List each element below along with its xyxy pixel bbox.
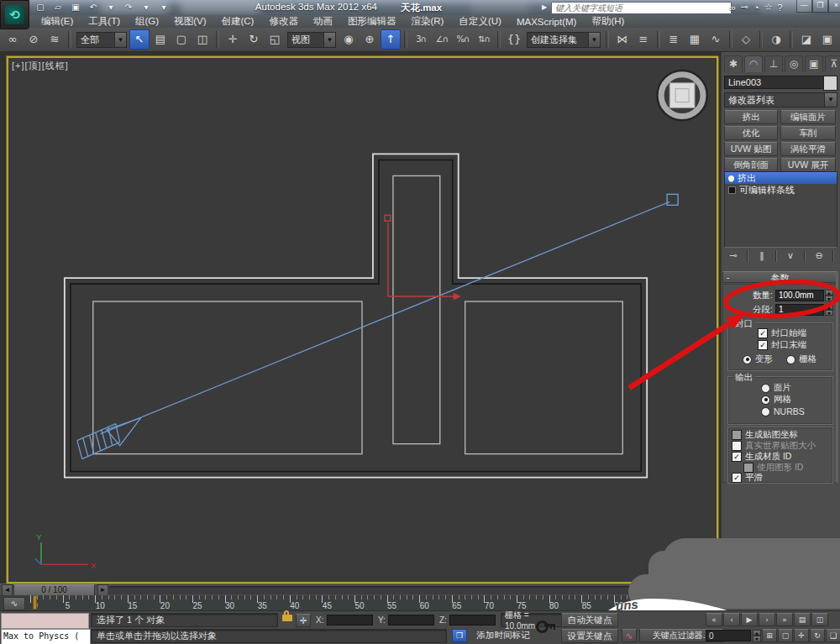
minimize-button[interactable]: — [796,0,812,13]
bind-to-space-warp-icon[interactable]: ≋ [45,29,65,50]
x-coord-field[interactable] [327,615,373,626]
patch-radio[interactable] [761,384,770,393]
go-to-start-icon[interactable]: « [706,613,722,626]
time-slider-handle[interactable]: 0 / 100 [13,584,95,596]
application-menu-button[interactable]: ⟲ [0,0,29,29]
object-name-field[interactable]: Line003 [724,76,827,89]
pin-stack-icon[interactable]: ⊸ [726,249,741,263]
morph-radio[interactable] [743,355,752,364]
select-object-icon[interactable]: ↖ [129,29,150,50]
remove-modifier-icon[interactable]: ⊖ [811,249,827,263]
maximize-button[interactable]: ❐ [812,0,828,13]
viewcube[interactable] [658,71,706,120]
segments-spinner[interactable] [825,304,833,316]
frame-spinner[interactable] [753,630,761,642]
current-frame-marker[interactable] [33,595,37,610]
orbit-icon[interactable]: ↻ [810,629,825,642]
angle-snap-icon[interactable]: ∠∩ [432,29,452,50]
tab-hierarchy[interactable]: ⊥ [764,55,783,72]
pan-icon[interactable]: ✛ [794,629,809,642]
mesh-radio[interactable] [761,395,770,405]
select-and-rotate-icon[interactable]: ↻ [244,29,264,50]
render-setup-icon[interactable]: ◪ [796,29,816,50]
top-viewport[interactable]: Y X [7,56,718,584]
tab-display[interactable]: ▣ [805,55,823,72]
search-icon[interactable]: ∞ [729,3,736,13]
named-selection-sets-dropdown[interactable]: 创建选择集▼ [527,32,601,48]
modifier-button[interactable]: 编辑面片 [780,110,836,124]
selection-filter-dropdown[interactable]: 全部▼ [76,32,127,48]
previous-frame-arrow[interactable]: ◄ [2,584,13,596]
save-file-icon[interactable]: ▣ [67,2,84,13]
reference-coordinate-system-dropdown[interactable]: 视图▼ [287,32,336,48]
modifier-button[interactable]: 车削 [780,126,836,140]
search-collapse-arrow-icon[interactable]: ▶ [542,3,547,11]
modifier-list-dropdown[interactable]: 修改器列表 ▼ [724,92,837,107]
z-coord-field[interactable] [449,615,496,626]
lightbulb-icon[interactable] [728,175,734,181]
graphite-ribbon-toggle-icon[interactable]: ▦ [685,29,705,50]
menu-item[interactable]: 创建(C) [213,15,261,28]
go-to-end-icon[interactable]: » [776,613,793,626]
menu-item[interactable]: 视图(V) [166,15,213,28]
set-key-button[interactable]: 设置关键点 [561,629,618,643]
align-icon[interactable]: ≡ [633,29,654,50]
menu-item[interactable]: 组(G) [128,15,166,28]
cap-end-checkbox[interactable]: ✓ [758,340,768,350]
current-frame-field[interactable]: 0 [706,630,751,641]
absolute-offset-toggle-icon[interactable]: ✛ [296,614,311,627]
selection-lock-icon[interactable] [282,615,292,621]
generate-material-id-checkbox[interactable]: ✓ [732,452,742,462]
previous-frame-icon[interactable]: ‹ [723,613,740,626]
close-button[interactable]: × [828,0,840,13]
edit-named-selection-sets-icon[interactable]: {} [504,29,524,50]
toolbar-options-icon[interactable]: ▾ [155,2,172,13]
tab-motion[interactable]: ◎ [785,55,803,72]
real-world-map-size-checkbox[interactable] [732,441,742,451]
snaps-toggle-icon[interactable]: 3∩ [411,29,431,50]
nurbs-radio[interactable] [761,407,770,416]
auto-key-button[interactable]: 自动关键点 [561,613,618,627]
select-and-manipulate-icon[interactable]: ⊕ [360,29,380,50]
maximize-viewport-icon[interactable]: ❑ [826,629,840,642]
y-coord-field[interactable] [388,615,434,626]
redo-icon[interactable]: ↷ [120,2,137,13]
new-file-icon[interactable]: ▢ [32,2,49,13]
next-frame-arrow[interactable]: ► [97,584,108,596]
license-key-icon[interactable]: ⊸ [741,2,748,13]
tab-create[interactable]: ✱ [724,55,743,72]
mirror-icon[interactable]: ⋈ [612,29,633,50]
modifier-button[interactable]: 挤出 [724,110,778,124]
time-tag-icon[interactable]: ❐ [452,629,467,642]
cap-start-checkbox[interactable]: ✓ [758,328,768,338]
modifier-button[interactable]: 倒角剖面 [724,158,778,172]
zoom-region-icon[interactable]: ▢ [778,629,793,642]
show-end-result-icon[interactable]: ‖ [754,249,769,263]
maxscript-mini-listener[interactable]: Max to Physcs ( [1,629,91,644]
stack-row[interactable]: 挤出 [725,172,837,184]
menu-item[interactable]: MAXScript(M) [509,17,585,27]
spinner-snap-icon[interactable]: ⇅∩ [474,29,494,50]
smooth-checkbox[interactable]: ✓ [732,473,742,483]
modifier-button[interactable]: 涡轮平滑 [780,142,836,156]
rectangular-selection-region-icon[interactable]: ▢ [171,29,192,50]
percent-snap-icon[interactable]: %∩ [453,29,473,50]
select-and-link-icon[interactable]: ∞ [3,29,23,50]
layer-manager-icon[interactable]: ≣ [664,29,684,50]
communication-center-icon[interactable]: ◔ [753,3,759,13]
add-time-tag-button[interactable]: 添加时间标记 [470,629,536,642]
macro-recorder-pane[interactable] [1,613,89,629]
select-by-name-icon[interactable]: ▤ [150,29,171,50]
zoom-icon[interactable]: ▤ [794,613,811,626]
object-color-swatch[interactable] [823,76,837,91]
tab-modify[interactable]: ◠ [744,55,763,72]
menu-item[interactable]: 编辑(E) [34,15,81,28]
make-unique-icon[interactable]: ∨ [783,249,798,263]
use-pivot-point-center-icon[interactable]: ◉ [339,29,359,50]
select-and-move-icon[interactable]: ✛ [223,29,243,50]
help-icon[interactable]: ? [778,3,783,13]
play-icon[interactable]: ▶ [741,613,758,626]
modifier-icon[interactable] [728,186,736,194]
rollout-collapse-icon[interactable]: - [727,273,729,282]
grid-radio[interactable] [786,355,795,364]
